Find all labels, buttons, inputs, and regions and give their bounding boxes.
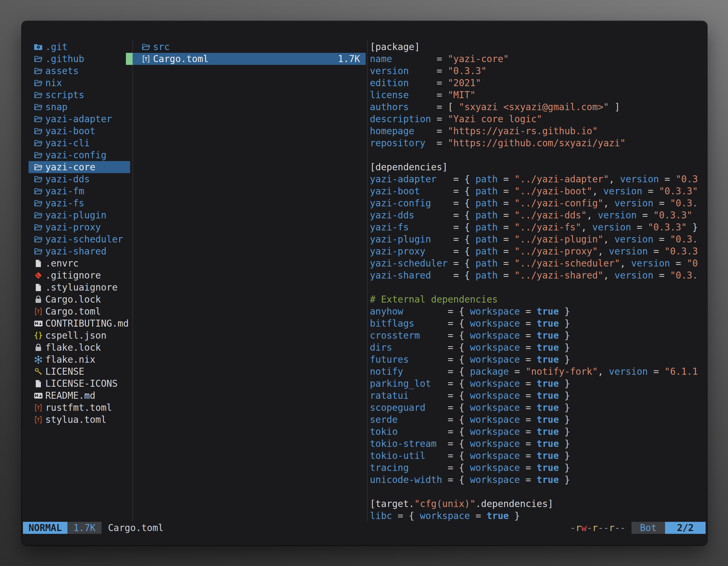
file-name: .gitignore — [45, 269, 101, 281]
preview-code-line: authors = [ "sxyazi <sxyazi@gmail.com>" … — [370, 101, 706, 113]
sidebar-item-assets[interactable]: assets — [29, 65, 130, 77]
folder-open-icon — [34, 209, 45, 221]
sidebar-item-yazi-config[interactable]: yazi-config — [29, 149, 130, 161]
folder-open-icon — [34, 245, 45, 257]
sidebar-item-yazi-core[interactable]: yazi-core — [29, 161, 130, 173]
sidebar-item-Cargo.toml[interactable]: Cargo.toml — [29, 305, 130, 317]
folder-open-icon — [34, 125, 45, 137]
sidebar-item-stylua.toml[interactable]: stylua.toml — [29, 414, 130, 426]
preview-code-line: unicode-width = { workspace = true } — [370, 474, 706, 486]
sidebar-item-README.md[interactable]: README.md — [29, 389, 130, 401]
preview-code-line: anyhow = { workspace = true } — [370, 305, 706, 317]
file-name: src — [153, 41, 170, 53]
sidebar-item-yazi-dds[interactable]: yazi-dds — [29, 173, 130, 185]
preview-code-line: yazi-boot = { path = "../yazi-boot", ver… — [370, 185, 706, 197]
sidebar-item-yazi-fm[interactable]: yazi-fm — [29, 185, 130, 197]
preview-code-line — [370, 486, 706, 498]
sidebar-item-rustfmt.toml[interactable]: rustfmt.toml — [29, 401, 130, 414]
parent-directory-pane: .git.githubassetsnixscriptssnapyazi-adap… — [29, 41, 130, 522]
folder-open-icon — [34, 233, 45, 245]
sidebar-item-yazi-fs[interactable]: yazi-fs — [29, 197, 130, 209]
sidebar-item-yazi-plugin[interactable]: yazi-plugin — [29, 209, 130, 221]
sidebar-item-yazi-adapter[interactable]: yazi-adapter — [29, 113, 130, 125]
preview-code-line: bitflags = { workspace = true } — [370, 317, 706, 329]
folder-open-icon — [34, 149, 45, 161]
preview-code-line: homepage = "https://yazi-rs.github.io" — [370, 125, 706, 137]
preview-code-line: edition = "2021" — [370, 77, 706, 89]
preview-code-line: yazi-proxy = { path = "../yazi-proxy", v… — [370, 245, 706, 257]
preview-code-line: tokio-stream = { workspace = true } — [370, 438, 706, 450]
current-dir-item-Cargo.toml[interactable]: Cargo.toml1.7K — [133, 53, 366, 65]
sidebar-item-yazi-cli[interactable]: yazi-cli — [29, 137, 130, 149]
file-name: Cargo.toml — [153, 53, 209, 65]
sidebar-item-.github[interactable]: .github — [29, 53, 130, 65]
file-name: scripts — [45, 89, 84, 101]
file-name: .envrc — [45, 257, 79, 269]
file-name: yazi-core — [45, 161, 95, 173]
preview-code-line — [370, 149, 706, 161]
preview-code-line: yazi-plugin = { path = "../yazi-plugin",… — [370, 233, 706, 245]
preview-code-line: ratatui = { workspace = true } — [370, 389, 706, 401]
sidebar-item-CONTRIBUTING.md[interactable]: CONTRIBUTING.md — [29, 317, 130, 329]
toml-icon — [34, 401, 45, 414]
preview-code-line: [target."cfg(unix)".dependencies] — [370, 498, 706, 510]
sidebar-item-snap[interactable]: snap — [29, 101, 130, 113]
toml-icon — [34, 414, 45, 426]
folder-open-icon — [34, 101, 45, 113]
file-counter-badge: 2/2 — [665, 522, 706, 534]
file-name: flake.nix — [45, 353, 95, 365]
sidebar-item-LICENSE[interactable]: LICENSE — [29, 365, 130, 377]
file-name: yazi-adapter — [45, 113, 112, 125]
lock-icon — [34, 293, 45, 305]
sidebar-item-yazi-scheduler[interactable]: yazi-scheduler — [29, 233, 130, 245]
git-diamond-icon — [34, 269, 45, 281]
file-name: yazi-scheduler — [45, 233, 123, 245]
preview-code-line: crossterm = { workspace = true } — [370, 329, 706, 341]
folder-open-icon — [141, 41, 153, 53]
scroll-position-badge: Bot — [631, 522, 665, 534]
folder-open-icon — [34, 113, 45, 125]
folder-open-icon — [34, 53, 45, 65]
file-name: snap — [45, 101, 67, 113]
sidebar-item-Cargo.lock[interactable]: Cargo.lock — [29, 293, 130, 305]
sidebar-item-.envrc[interactable]: .envrc — [29, 257, 130, 269]
mode-badge: NORMAL — [23, 522, 67, 534]
sidebar-item-.git[interactable]: .git — [29, 41, 130, 53]
file-name: yazi-config — [45, 149, 107, 161]
sidebar-item-yazi-boot[interactable]: yazi-boot — [29, 125, 130, 137]
markdown-icon — [34, 317, 45, 329]
preview-code-line: version = "0.3.3" — [370, 65, 706, 77]
sidebar-item-yazi-proxy[interactable]: yazi-proxy — [29, 221, 130, 233]
current-dir-item-src[interactable]: src — [133, 41, 366, 53]
file-size-badge: 1.7K — [67, 522, 102, 534]
preview-code-line: tracing = { workspace = true } — [370, 462, 706, 474]
folder-open-icon — [34, 89, 45, 101]
sidebar-item-LICENSE-ICONS[interactable]: LICENSE-ICONS — [29, 377, 130, 389]
sidebar-item-cspell.json[interactable]: cspell.json — [29, 329, 130, 341]
preview-code-line: futures = { workspace = true } — [370, 353, 706, 365]
file-name: rustfmt.toml — [45, 401, 112, 414]
file-name: LICENSE-ICONS — [45, 377, 118, 389]
lock-icon — [34, 341, 45, 353]
json-braces-icon — [34, 329, 45, 341]
sidebar-item-.gitignore[interactable]: .gitignore — [29, 269, 130, 281]
file-name: yazi-fm — [45, 185, 84, 197]
file-name: Cargo.lock — [45, 293, 101, 305]
file-name: .github — [45, 53, 84, 65]
file-name: cspell.json — [45, 329, 107, 341]
preview-code-line: yazi-fs = { path = "../yazi-fs", version… — [370, 221, 706, 233]
status-bar: NORMAL 1.7K Cargo.toml -rw-r--r-- Bot 2/… — [22, 522, 706, 534]
sidebar-item-scripts[interactable]: scripts — [29, 89, 130, 101]
toml-icon — [141, 53, 153, 65]
sidebar-item-flake.lock[interactable]: flake.lock — [29, 341, 130, 353]
sidebar-item-.styluaignore[interactable]: .styluaignore — [29, 281, 130, 293]
folder-open-icon — [34, 173, 45, 185]
status-filename: Cargo.toml — [108, 522, 164, 533]
sidebar-item-flake.nix[interactable]: flake.nix — [29, 353, 130, 365]
preview-code-line: [dependencies] — [370, 161, 706, 173]
sidebar-item-nix[interactable]: nix — [29, 77, 130, 89]
preview-code-line: serde = { workspace = true } — [370, 414, 706, 426]
file-icon — [34, 281, 45, 293]
sidebar-item-yazi-shared[interactable]: yazi-shared — [29, 245, 130, 257]
folder-open-icon — [34, 221, 45, 233]
